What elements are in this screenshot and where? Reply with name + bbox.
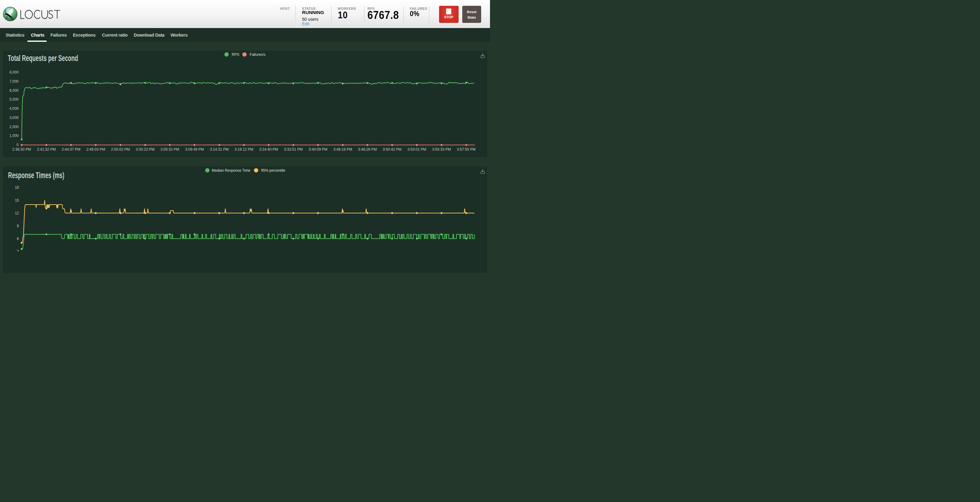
svg-text:5,000: 5,000 <box>10 97 19 102</box>
svg-text:3:00:22 PM: 3:00:22 PM <box>136 147 154 151</box>
svg-text:3:48:26 PM: 3:48:26 PM <box>358 147 377 151</box>
svg-text:3:57:55 PM: 3:57:55 PM <box>457 147 476 151</box>
svg-text:3:09:49 PM: 3:09:49 PM <box>185 147 204 151</box>
svg-text:2,000: 2,000 <box>10 125 19 129</box>
svg-text:2:41:32 PM: 2:41:32 PM <box>37 147 56 151</box>
svg-text:3:55:33 PM: 3:55:33 PM <box>432 147 451 151</box>
svg-text:12: 12 <box>15 211 19 215</box>
svg-text:2:55:02 PM: 2:55:02 PM <box>111 147 130 151</box>
svg-text:1,000: 1,000 <box>10 134 19 138</box>
svg-text:8,000: 8,000 <box>10 70 19 75</box>
svg-text:3,000: 3,000 <box>10 116 19 120</box>
svg-text:18: 18 <box>15 185 19 190</box>
svg-text:3:33:51 PM: 3:33:51 PM <box>284 147 302 151</box>
svg-text:4,000: 4,000 <box>10 107 19 111</box>
svg-text:3:50:42 PM: 3:50:42 PM <box>383 147 401 151</box>
svg-text:7,000: 7,000 <box>10 79 19 84</box>
svg-text:RPS: RPS <box>232 53 239 57</box>
svg-text:3:53:01 PM: 3:53:01 PM <box>407 147 426 151</box>
svg-text:6: 6 <box>17 237 19 241</box>
svg-text:95% percentile: 95% percentile <box>261 168 285 173</box>
svg-text:Total Requests per Second: Total Requests per Second <box>8 54 78 63</box>
svg-text:2:44:37 PM: 2:44:37 PM <box>62 147 80 151</box>
svg-text:2:49:03 PM: 2:49:03 PM <box>86 147 105 151</box>
svg-text:6,000: 6,000 <box>10 88 19 93</box>
svg-text:15: 15 <box>15 198 19 202</box>
svg-text:3:24:40 PM: 3:24:40 PM <box>259 147 278 151</box>
svg-text:9: 9 <box>17 224 19 228</box>
svg-text:3:40:09 PM: 3:40:09 PM <box>309 147 327 151</box>
svg-text:2:38:30 PM: 2:38:30 PM <box>12 147 31 151</box>
svg-text:3:46:16 PM: 3:46:16 PM <box>333 147 352 151</box>
svg-text:Median Response Time: Median Response Time <box>212 168 250 173</box>
svg-text:Response Times (ms): Response Times (ms) <box>8 171 65 180</box>
svg-text:3:05:32 PM: 3:05:32 PM <box>161 147 179 151</box>
svg-text:0: 0 <box>16 143 19 147</box>
svg-text:3: 3 <box>17 249 19 251</box>
svg-text:3:14:31 PM: 3:14:31 PM <box>210 147 228 151</box>
svg-text:Failures/s: Failures/s <box>250 53 266 57</box>
svg-text:3:19:12 PM: 3:19:12 PM <box>234 147 253 151</box>
